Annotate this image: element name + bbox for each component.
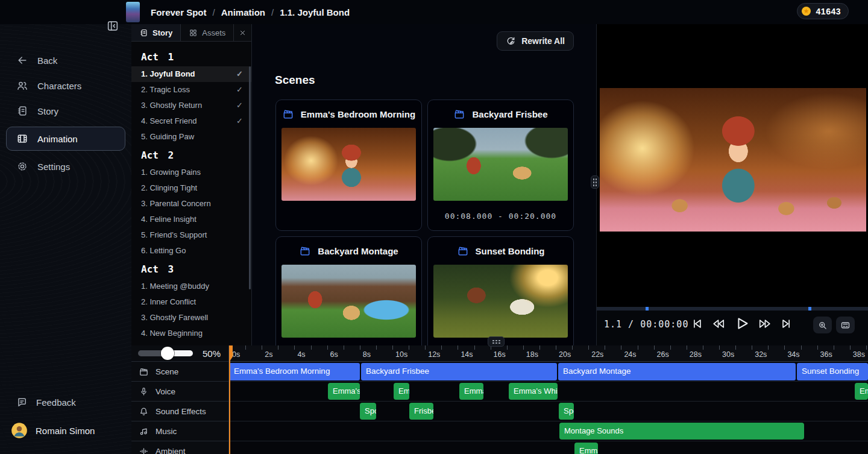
scene-card-title: Emma's Bedroom Morning [301,109,415,119]
play-button[interactable] [734,315,750,332]
minimap-marker [808,307,811,311]
timeline-resize-handle[interactable] [488,336,505,347]
skip-end-button[interactable] [780,317,793,330]
clapperboard-icon [139,367,149,377]
timeline-clip[interactable]: Spo [360,403,376,420]
track-label-text: Voice [156,387,175,396]
story-item-label: 1. Joyful Bond [141,69,195,78]
feedback-button[interactable]: Feedback [6,391,125,414]
coin-icon [800,5,812,17]
animation-icon [16,133,28,145]
story-item[interactable]: 2. Clinging Tight [131,180,251,196]
tab-assets[interactable]: Assets [181,24,234,41]
preview-frame[interactable] [600,88,866,232]
zoom-in-button[interactable] [813,317,832,333]
sidebar-item-story[interactable]: Story [6,99,125,123]
ruler-tick [670,345,671,350]
settings-icon [16,160,28,172]
timeline-minimap[interactable] [597,307,868,311]
timeline-clip[interactable]: Backyard Frisbee [361,363,557,380]
story-panel: StoryAssets Act 11. Joyful Bond✓2. Tragi… [131,24,252,345]
scene-thumbnail [433,128,568,201]
breadcrumb-item[interactable]: 1.1. Joyful Bond [280,7,350,17]
story-panel-scrollbar[interactable] [249,66,251,289]
timeline-ruler[interactable]: 0s2s4s6s8s10s12s14s16s18s20s22s24s26s28s… [229,345,868,362]
breadcrumb-item[interactable]: Animation [221,7,265,17]
story-item[interactable]: 1. Joyful Bond✓ [131,66,251,82]
sidebar-item-characters[interactable]: Characters [6,74,125,98]
timeline-clip[interactable]: Emma [394,383,409,400]
panel-resize-handle[interactable] [591,175,599,189]
frames-view-button[interactable] [836,317,855,333]
ruler-tick-label: 24s [624,350,636,359]
ruler-tick [801,345,802,350]
timeline-clip[interactable]: Frisbe [409,403,433,420]
breadcrumb-separator: / [271,7,274,17]
scene-card[interactable]: Backyard Montage00:20.000 - 00:35.000 [275,236,422,345]
act-title: Act 3 [131,259,251,279]
track-label-text: Music [156,427,177,436]
breadcrumb-item[interactable]: Forever Spot [151,7,207,17]
waveform-icon [139,446,149,454]
story-item[interactable]: 4. Secret Friend✓ [131,113,251,129]
story-item[interactable]: 5. Friend's Support [131,227,251,243]
tab-story[interactable]: Story [131,24,181,41]
sidebar-item-back[interactable]: Back [6,48,125,72]
timeline-zoom-slider[interactable] [138,350,193,356]
story-item[interactable]: 1. Growing Pains [131,165,251,180]
story-item[interactable]: 2. Inner Conflict [131,294,251,310]
timeline-lane-3: Montage Sounds [229,421,868,441]
playhead[interactable] [229,345,230,454]
timeline-clip[interactable]: Emma [855,383,868,400]
clip-label: Spo [564,406,574,415]
rewind-button[interactable] [712,317,725,330]
timeline-clip[interactable]: Montage Sounds [559,423,804,440]
clapperboard-icon [457,245,469,257]
close-icon [239,29,247,37]
story-item[interactable]: 4. Feline Insight [131,212,251,227]
ruler-tick-label: 30s [722,350,734,359]
fast-forward-button[interactable] [758,317,772,330]
timeline-clip[interactable]: Emma's [328,383,360,400]
story-item[interactable]: 2. Tragic Loss✓ [131,82,251,98]
story-item[interactable]: 3. Ghostly Return✓ [131,98,251,113]
track-label-ambient: Ambient [131,441,228,454]
ruler-tick-label: 18s [526,350,538,359]
user-menu[interactable]: Romain Simon [6,418,125,443]
close-panel-button[interactable] [234,24,251,41]
timeline-clip[interactable]: Emma [459,383,483,400]
story-item[interactable]: 4. New Beginning [131,326,251,341]
zoom-slider-thumb[interactable] [161,347,174,360]
story-item-label: 2. Tragic Loss [141,85,190,94]
characters-icon [16,80,28,92]
rewrite-all-button[interactable]: Rewrite All [497,31,574,51]
scene-card[interactable]: Backyard Frisbee00:08.000 - 00:20.000 [427,99,574,231]
timeline-clip[interactable]: Sunset Bonding [797,363,868,380]
sidebar-item-animation[interactable]: Animation [6,127,125,151]
scene-card[interactable]: Sunset Bonding00:35.000 - 00:45.000 [427,236,574,345]
timeline-clip[interactable]: Spo [559,403,574,420]
check-icon: ✓ [236,98,243,113]
rewrite-icon [506,36,516,46]
story-item[interactable]: 5. Guiding Paw [131,129,251,145]
ruler-tick-label: 38s [853,350,865,359]
timeline-clip[interactable]: Backyard Montage [558,363,796,380]
track-label-sound-effects: Sound Effects [131,402,228,421]
collapse-sidebar-icon[interactable] [106,19,119,33]
ruler-tick [654,345,655,350]
clip-label: Spo [365,406,376,415]
timeline-clip[interactable]: Emma's Bedroom Morning [229,363,360,380]
track-label-text: Scene [156,367,178,376]
story-item[interactable]: 3. Ghostly Farewell [131,310,251,326]
story-item[interactable]: 6. Letting Go [131,243,251,259]
sidebar-item-settings[interactable]: Settings [6,154,125,178]
scene-thumbnail [433,265,568,338]
scene-card[interactable]: Emma's Bedroom Morning [275,99,422,231]
story-item[interactable]: 3. Parental Concern [131,196,251,212]
timeline-clip[interactable]: Emma [574,443,598,454]
story-item[interactable]: 1. Meeting @buddy [131,279,251,294]
credits-badge[interactable]: 41643 [797,3,849,19]
acts-list: Act 11. Joyful Bond✓2. Tragic Loss✓3. Gh… [131,42,251,341]
skip-start-button[interactable] [690,317,703,330]
timeline-clip[interactable]: Emma's Whispe [509,383,558,400]
